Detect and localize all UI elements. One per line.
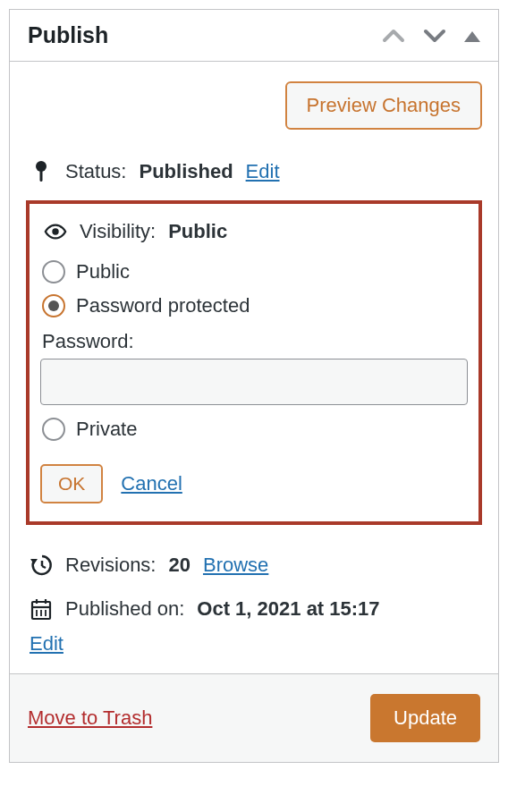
visibility-option-password[interactable]: Password protected (40, 289, 468, 323)
panel-controls (382, 28, 480, 44)
status-edit-link[interactable]: Edit (246, 156, 280, 186)
panel-body: Preview Changes Status: Published Edit V… (10, 62, 498, 673)
visibility-row: Visibility: Public (40, 216, 468, 255)
preview-changes-button[interactable]: Preview Changes (285, 81, 482, 130)
update-button[interactable]: Update (370, 694, 480, 742)
svg-marker-0 (464, 31, 480, 42)
published-value: Oct 1, 2021 at 15:17 (197, 594, 379, 623)
eye-icon (44, 220, 67, 243)
visibility-label: Visibility: (80, 216, 156, 246)
chevron-down-icon[interactable] (423, 28, 446, 44)
visibility-actions: OK Cancel (40, 464, 468, 503)
revisions-row: Revisions: 20 Browse (26, 545, 482, 588)
chevron-up-icon[interactable] (382, 28, 405, 44)
panel-title: Publish (28, 22, 108, 48)
ok-button[interactable]: OK (40, 464, 103, 503)
pin-icon (30, 160, 53, 183)
visibility-option-private[interactable]: Private (40, 412, 468, 446)
published-edit-row: Edit (26, 632, 482, 666)
panel-header: Publish (10, 10, 498, 62)
visibility-value: Public (168, 216, 227, 246)
svg-line-6 (42, 566, 46, 568)
radio-password[interactable] (42, 294, 65, 317)
svg-marker-4 (30, 559, 38, 564)
password-field-label: Password: (40, 323, 468, 359)
radio-private[interactable] (42, 418, 65, 441)
panel-toggle-icon[interactable] (464, 29, 480, 43)
published-label: Published on: (65, 594, 184, 623)
radio-password-label: Password protected (76, 294, 250, 317)
radio-public-label: Public (76, 260, 130, 283)
visibility-box: Visibility: Public Public Password prote… (26, 200, 482, 525)
status-value: Published (139, 156, 233, 186)
calendar-icon (30, 597, 53, 621)
top-actions: Preview Changes (26, 81, 482, 130)
radio-public[interactable] (42, 260, 65, 283)
published-row: Published on: Oct 1, 2021 at 15:17 (26, 588, 482, 632)
svg-rect-2 (40, 169, 43, 182)
radio-private-label: Private (76, 418, 137, 441)
revisions-icon (30, 554, 53, 577)
cancel-link[interactable]: Cancel (121, 472, 182, 495)
publish-panel: Publish Preview Changes Status: Publishe… (9, 9, 499, 763)
published-edit-link[interactable]: Edit (30, 632, 64, 655)
visibility-option-public[interactable]: Public (40, 255, 468, 289)
panel-footer: Move to Trash Update (10, 673, 498, 762)
revisions-count: 20 (168, 550, 190, 579)
svg-point-3 (52, 228, 58, 234)
password-input[interactable] (40, 359, 468, 405)
status-row: Status: Published Edit (26, 151, 482, 195)
status-label: Status: (65, 156, 126, 186)
revisions-label: Revisions: (65, 550, 156, 579)
revisions-browse-link[interactable]: Browse (203, 550, 268, 579)
move-to-trash-link[interactable]: Move to Trash (28, 706, 152, 730)
